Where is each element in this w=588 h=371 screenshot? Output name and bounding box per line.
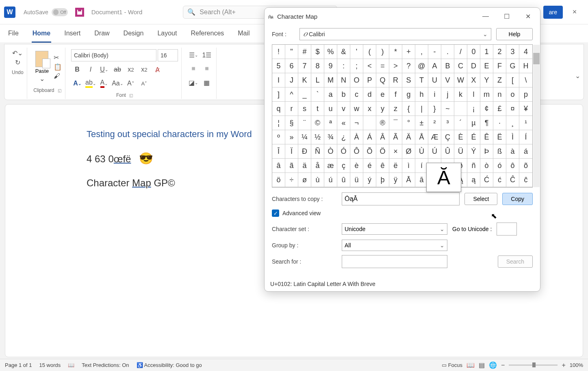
char-cell[interactable]: . [441,45,454,59]
char-cell[interactable]: % [324,45,337,59]
char-cell[interactable]: ` [311,87,324,102]
status-page[interactable]: Page 1 of 1 [5,362,32,368]
undo-icon[interactable]: ↶ [12,49,17,57]
char-cell[interactable]: * [389,45,402,59]
char-cell[interactable]: ) [376,45,389,59]
help-button[interactable]: Help [496,28,533,40]
char-cell[interactable]: q [272,102,285,116]
zoom-in-icon[interactable]: + [562,362,565,369]
bullets-icon[interactable]: ☰⌄ [187,49,200,61]
char-cell[interactable]: = [376,59,389,73]
char-cell[interactable]: x [363,102,376,116]
char-cell[interactable]: ] [272,87,285,102]
search-button[interactable]: Search [498,255,533,268]
char-cell[interactable]: þ [376,173,389,187]
char-cell[interactable]: - [428,45,441,59]
advanced-view-checkbox[interactable]: ✓ Advanced view [272,210,533,217]
grow-font-icon[interactable]: A˄ [125,78,137,89]
align-center-icon[interactable]: ≡ [201,63,213,74]
char-cell[interactable]: : [337,59,350,73]
char-cell[interactable]: ­ [363,116,376,130]
format-painter-icon[interactable]: 🖌 [54,72,62,80]
char-cell[interactable]: O [350,73,363,87]
char-cell[interactable]: ² [428,116,441,130]
search-for-input[interactable] [342,255,447,268]
char-cell[interactable]: c [350,87,363,102]
char-cell[interactable]: £ [493,102,506,116]
char-cell[interactable]: u [324,102,337,116]
char-cell[interactable]: § [285,116,298,130]
char-cell[interactable]: ¼ [298,130,311,144]
char-cell[interactable]: $ [311,45,324,59]
char-cell[interactable]: r [285,102,298,116]
char-cell[interactable]: t [311,102,324,116]
toggle-track[interactable]: Off [52,8,68,16]
char-cell[interactable]: ± [415,116,428,130]
tab-file[interactable]: File [7,27,20,39]
char-cell[interactable]: ^ [285,87,298,102]
char-cell[interactable]: ´ [454,116,467,130]
tab-layout[interactable]: Layout [156,27,178,39]
char-cell[interactable]: Q [376,73,389,87]
char-cell[interactable]: ö [272,173,285,187]
status-words[interactable]: 15 words [39,362,61,368]
char-cell[interactable]: ú [324,173,337,187]
char-cell[interactable]: h [415,87,428,102]
char-cell[interactable]: Û [441,144,454,159]
char-cell[interactable]: # [298,45,311,59]
char-cell[interactable]: ć [493,173,506,187]
char-cell[interactable]: b [337,87,350,102]
char-cell[interactable]: f [389,87,402,102]
paste-dropdown-icon[interactable]: ⌄ [39,75,45,83]
char-cell[interactable]: ( [363,45,376,59]
char-cell[interactable]: B [441,59,454,73]
char-cell[interactable]: N [337,73,350,87]
tab-mailings[interactable]: Mail [237,27,250,39]
char-cell[interactable]: < [363,59,376,73]
char-cell[interactable]: ¾ [324,130,337,144]
read-mode-icon[interactable]: 📖 [466,361,475,369]
ribbon-collapse-icon[interactable]: ⌄ [571,72,584,80]
char-cell[interactable]: k [454,87,467,102]
focus-mode[interactable]: ▭ Focus [442,362,462,368]
font-color-icon[interactable]: A⌄ [98,78,110,89]
autosave-toggle[interactable]: AutoSave Off [24,8,68,16]
char-cell[interactable]: õ [519,159,532,173]
char-cell[interactable]: 0 [467,45,480,59]
char-cell[interactable]: w [350,102,363,116]
char-cell[interactable]: Ò [324,144,337,159]
undo-dropdown-icon[interactable]: ⌄ [17,49,23,57]
char-cell[interactable] [454,102,467,116]
char-cell[interactable]: ê [376,159,389,173]
char-cell[interactable]: Ñ [311,144,324,159]
char-cell[interactable]: Ó [337,144,350,159]
char-cell[interactable]: y [376,102,389,116]
char-cell[interactable]: ¶ [480,116,493,130]
web-layout-icon[interactable]: 🌐 [489,361,497,369]
shading-icon[interactable]: ◪⌄ [187,77,200,88]
char-cell[interactable]: â [272,159,285,173]
tab-draw[interactable]: Draw [93,27,110,39]
char-cell[interactable]: 8 [311,59,324,73]
char-cell[interactable]: Ê [480,130,493,144]
copy-icon[interactable]: 📋 [54,63,62,71]
char-cell[interactable]: 2 [493,45,506,59]
char-cell[interactable]: W [454,73,467,87]
char-cell[interactable]: ° [402,116,415,130]
char-cell[interactable]: + [402,45,415,59]
spellcheck-icon[interactable]: 📖 [68,362,74,368]
charmap-titlebar[interactable]: 🗛 Character Map — ☐ ✕ [265,8,540,25]
char-cell[interactable]: ø [298,173,311,187]
char-cell[interactable]: ¸ [506,116,519,130]
window-close-icon[interactable]: × [565,8,584,16]
char-cell[interactable]: Z [493,73,506,87]
char-cell[interactable]: o [506,87,519,102]
char-cell[interactable]: à [506,144,519,159]
char-cell[interactable]: Ĉ [506,173,519,187]
char-cell[interactable]: ã [285,159,298,173]
tab-home[interactable]: Home [32,27,51,39]
grid-scroll-thumb[interactable] [533,53,540,64]
char-cell[interactable]: ¯ [389,116,402,130]
char-cell[interactable]: C [454,59,467,73]
char-cell[interactable]: L [311,73,324,87]
